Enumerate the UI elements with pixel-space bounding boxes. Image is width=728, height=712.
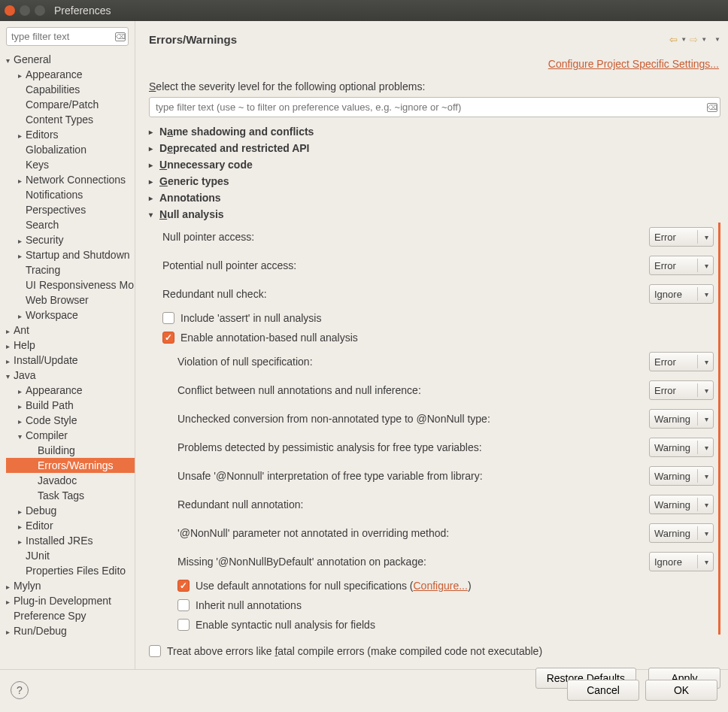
window-close-button[interactable]: [5, 5, 15, 16]
tree-item-general[interactable]: ▾General: [6, 52, 135, 67]
ok-button[interactable]: OK: [645, 680, 717, 701]
tree-item-java[interactable]: ▾Java: [6, 368, 135, 383]
tree-item-editor[interactable]: ▸Editor: [6, 518, 135, 533]
tree-item-label: Network Connections: [26, 174, 126, 186]
pessimistic-label: Problems detected by pessimistic analysi…: [177, 441, 649, 453]
unchecked-combo[interactable]: Warning: [649, 409, 714, 429]
page-title: Errors/Warnings: [149, 33, 669, 46]
tree-item-compiler[interactable]: ▾Compiler: [6, 428, 135, 443]
treat-fatal-checkbox[interactable]: [149, 645, 161, 657]
redundant-check-combo[interactable]: Ignore: [649, 284, 714, 304]
tree-item-install-update[interactable]: ▸Install/Update: [6, 353, 135, 368]
redundant-ann-combo[interactable]: Warning: [649, 495, 714, 514]
inherit-checkbox[interactable]: [177, 599, 190, 611]
cancel-button[interactable]: Cancel: [567, 680, 639, 701]
conflict-combo[interactable]: Error: [649, 380, 714, 400]
tree-item-label: Build Path: [26, 399, 74, 411]
nav-forward-icon[interactable]: ⇨: [690, 34, 698, 45]
tree-item-tracing[interactable]: Tracing: [6, 262, 135, 277]
tree-item-properties-files-edito[interactable]: Properties Files Edito: [6, 563, 135, 578]
tree-expand-icon: ▸: [18, 312, 26, 320]
sidebar-filter-input[interactable]: [6, 27, 129, 46]
tree-item-build-path[interactable]: ▸Build Path: [6, 398, 135, 413]
clear-filter-icon[interactable]: ⌫: [115, 32, 126, 41]
tree-item-editors[interactable]: ▸Editors: [6, 127, 135, 142]
tree-expand-icon: ▸: [18, 177, 26, 185]
unsafe-combo[interactable]: Warning: [649, 466, 714, 486]
pessimistic-combo[interactable]: Warning: [649, 438, 714, 457]
potential-null-combo[interactable]: Error: [649, 256, 714, 275]
tree-item-search[interactable]: Search: [6, 217, 135, 232]
tree-item-label: Building: [38, 444, 75, 456]
use-default-checkbox[interactable]: [177, 580, 190, 592]
tree-item-appearance[interactable]: ▸Appearance: [6, 67, 135, 82]
problems-filter-input[interactable]: [149, 97, 720, 117]
tree-item-perspectives[interactable]: Perspectives: [6, 202, 135, 217]
preferences-tree[interactable]: ▾General▸AppearanceCapabilitiesCompare/P…: [6, 52, 135, 663]
clear-problems-filter-icon[interactable]: ⌫: [707, 103, 717, 112]
tree-item-content-types[interactable]: Content Types: [6, 112, 135, 127]
tree-item-label: Run/Debug: [14, 625, 67, 637]
enable-annotation-label: Enable annotation-based null analysis: [180, 332, 358, 344]
section-name-shadowing[interactable]: ▸Name shadowing and conflicts: [149, 123, 720, 140]
tree-expand-icon: ▸: [18, 402, 26, 411]
tree-item-debug[interactable]: ▸Debug: [6, 503, 135, 518]
tree-item-installed-jres[interactable]: ▸Installed JREs: [6, 533, 135, 548]
section-null-analysis[interactable]: ▾Null analysis: [149, 206, 720, 223]
unchecked-label: Unchecked conversion from non-annotated …: [177, 413, 649, 425]
tree-item-web-browser[interactable]: Web Browser: [6, 292, 135, 308]
tree-item-run-debug[interactable]: ▸Run/Debug: [6, 623, 135, 638]
tree-item-building[interactable]: Building: [6, 443, 135, 458]
inherit-label: Inherit null annotations: [196, 599, 302, 611]
preferences-sidebar: ⌫ ▾General▸AppearanceCapabilitiesCompare…: [0, 21, 135, 669]
potential-null-label: Potential null pointer access:: [162, 259, 649, 271]
tree-item-errors-warnings[interactable]: Errors/Warnings: [6, 458, 135, 473]
nav-forward-menu-icon[interactable]: ▼: [701, 36, 707, 43]
tree-item-label: Web Browser: [26, 294, 89, 306]
tree-item-help[interactable]: ▸Help: [6, 338, 135, 353]
unsafe-label: Unsafe '@Nonnull' interpretation of free…: [177, 470, 649, 482]
tree-item-label: Startup and Shutdown: [26, 249, 130, 261]
tree-item-ant[interactable]: ▸Ant: [6, 323, 135, 338]
tree-item-code-style[interactable]: ▸Code Style: [6, 413, 135, 428]
tree-item-appearance[interactable]: ▸Appearance: [6, 383, 135, 398]
section-unnecessary[interactable]: ▸Unnecessary code: [149, 156, 720, 173]
tree-item-notifications[interactable]: Notifications: [6, 187, 135, 202]
syntactic-checkbox[interactable]: [177, 619, 190, 631]
nav-back-menu-icon[interactable]: ▼: [681, 36, 687, 43]
null-pointer-combo[interactable]: Error: [649, 227, 714, 247]
tree-item-globalization[interactable]: Globalization: [6, 142, 135, 157]
nav-back-icon[interactable]: ⇦: [669, 34, 678, 45]
violation-combo[interactable]: Error: [649, 352, 714, 371]
tree-item-plug-in-development[interactable]: ▸Plug-in Development: [6, 593, 135, 608]
tree-item-label: Search: [26, 219, 59, 231]
tree-item-workspace[interactable]: ▸Workspace: [6, 308, 135, 323]
view-menu-icon[interactable]: ▼: [714, 36, 720, 43]
tree-item-preference-spy[interactable]: Preference Spy: [6, 608, 135, 623]
configure-annotations-link[interactable]: Configure...: [414, 580, 468, 592]
tree-item-network-connections[interactable]: ▸Network Connections: [6, 172, 135, 187]
window-maximize-button[interactable]: [35, 5, 45, 16]
nonnull-param-combo[interactable]: Warning: [649, 523, 714, 543]
enable-annotation-checkbox[interactable]: [162, 332, 174, 344]
missing-default-combo[interactable]: Ignore: [649, 552, 714, 571]
tree-expand-icon: ▸: [18, 417, 26, 426]
tree-item-security[interactable]: ▸Security: [6, 232, 135, 247]
tree-item-compare-patch[interactable]: Compare/Patch: [6, 97, 135, 112]
tree-item-mylyn[interactable]: ▸Mylyn: [6, 578, 135, 593]
section-generic[interactable]: ▸Generic types: [149, 173, 720, 189]
configure-project-link[interactable]: Configure Project Specific Settings...: [149, 58, 719, 70]
tree-item-label: Compiler: [26, 429, 68, 441]
include-assert-checkbox[interactable]: [162, 312, 174, 324]
tree-item-junit[interactable]: JUnit: [6, 548, 135, 563]
section-deprecated[interactable]: ▸Deprecated and restricted API: [149, 140, 720, 156]
tree-item-startup-and-shutdown[interactable]: ▸Startup and Shutdown: [6, 247, 135, 262]
section-annotations[interactable]: ▸Annotations: [149, 189, 720, 206]
window-minimize-button[interactable]: [20, 5, 30, 16]
tree-item-task-tags[interactable]: Task Tags: [6, 488, 135, 503]
tree-item-javadoc[interactable]: Javadoc: [6, 473, 135, 488]
tree-item-keys[interactable]: Keys: [6, 157, 135, 172]
help-button[interactable]: ?: [11, 681, 29, 699]
tree-item-ui-responsiveness-mo[interactable]: UI Responsiveness Mo: [6, 277, 135, 292]
tree-item-capabilities[interactable]: Capabilities: [6, 82, 135, 97]
